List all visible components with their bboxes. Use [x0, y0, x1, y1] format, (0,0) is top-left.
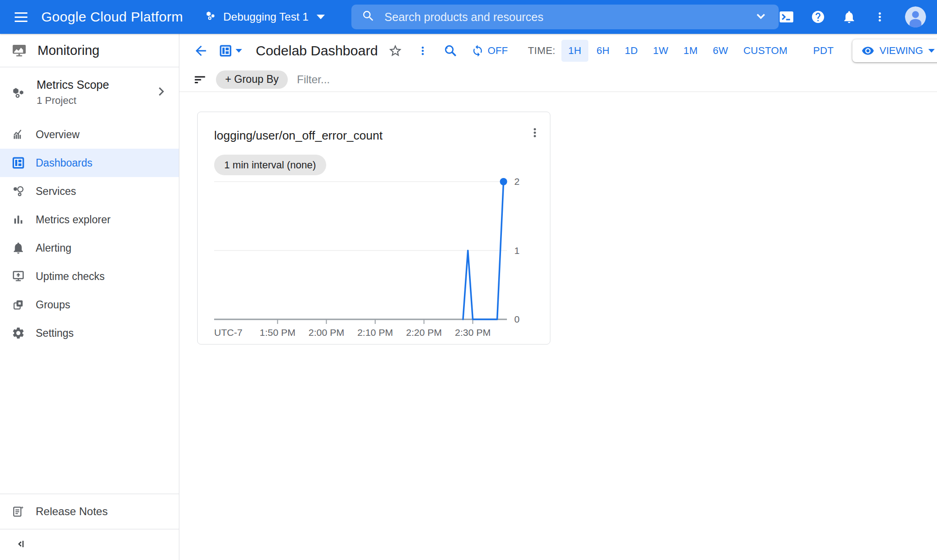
- sidebar-item-label: Dashboards: [36, 157, 92, 169]
- sidebar-item-label: Overview: [36, 129, 80, 141]
- alerting-bell-icon: [11, 241, 26, 255]
- sidebar-item-services[interactable]: Services: [0, 177, 179, 205]
- gcp-logo: Google Cloud Platform: [41, 9, 183, 25]
- svg-text:0: 0: [514, 314, 520, 324]
- svg-text:1:50 PM: 1:50 PM: [260, 327, 296, 338]
- project-icon: [204, 9, 218, 25]
- sidebar-item-metrics-explorer[interactable]: Metrics explorer: [0, 205, 179, 234]
- chart-title: logging/user/on_off_error_count: [214, 129, 533, 143]
- dashboards-icon: [11, 156, 26, 170]
- viewing-label: VIEWING: [879, 45, 923, 57]
- release-notes-icon: [11, 504, 26, 519]
- svg-text:UTC-7: UTC-7: [214, 327, 242, 338]
- uptime-checks-icon: [11, 269, 26, 284]
- help-icon[interactable]: [811, 10, 825, 24]
- sidebar-item-label: Uptime checks: [36, 270, 105, 283]
- search-input[interactable]: [384, 11, 753, 24]
- main-area: Codelab Dashboard OFF: [179, 34, 937, 560]
- viewing-mode-button[interactable]: VIEWING: [852, 39, 937, 62]
- header-actions: [779, 6, 926, 27]
- sidebar-item-label: Settings: [36, 327, 74, 339]
- viewing-caret-icon: [928, 49, 935, 53]
- global-search-bar[interactable]: [351, 5, 779, 29]
- sidebar-item-label: Groups: [36, 299, 70, 311]
- filter-list-icon: [193, 73, 207, 86]
- interval-chip: 1 min interval (none): [214, 155, 326, 175]
- filter-bar: + Group By: [179, 67, 937, 92]
- avatar[interactable]: [905, 6, 926, 27]
- dashboard-switcher-caret-icon: [236, 49, 242, 53]
- sidebar-item-uptime-checks[interactable]: Uptime checks: [0, 262, 179, 291]
- eye-icon: [862, 44, 874, 57]
- overview-icon: [11, 127, 26, 142]
- svg-text:2:20 PM: 2:20 PM: [406, 327, 442, 338]
- time-option-1m[interactable]: 1M: [677, 40, 705, 62]
- metrics-scope-selector[interactable]: Metrics Scope 1 Project: [0, 67, 179, 116]
- hamburger-menu-icon[interactable]: [15, 8, 32, 26]
- filter-input[interactable]: [297, 73, 923, 86]
- collapse-sidebar-icon: [14, 537, 27, 553]
- time-option-custom[interactable]: CUSTOM: [737, 40, 795, 62]
- services-icon: [11, 184, 26, 199]
- time-option-1d[interactable]: 1D: [618, 40, 645, 62]
- svg-text:2: 2: [514, 176, 520, 187]
- sidebar-item-alerting[interactable]: Alerting: [0, 234, 179, 262]
- svg-text:2:10 PM: 2:10 PM: [357, 327, 393, 338]
- metrics-scope-title: Metrics Scope: [37, 78, 144, 92]
- time-option-6w[interactable]: 6W: [706, 40, 735, 62]
- dashboard-switcher[interactable]: [219, 44, 242, 58]
- metrics-explorer-icon: [11, 212, 26, 227]
- metric-chart-card: logging/user/on_off_error_count 1 min in…: [197, 112, 550, 345]
- notifications-bell-icon[interactable]: [842, 10, 856, 24]
- auto-refresh-state: OFF: [488, 45, 508, 57]
- search-icon: [361, 9, 375, 25]
- project-caret-icon: [317, 15, 325, 19]
- release-notes-label: Release Notes: [36, 505, 108, 518]
- product-title: Monitoring: [38, 43, 99, 58]
- time-option-1w[interactable]: 1W: [646, 40, 675, 62]
- sidebar: Monitoring Metrics Scope 1 Project: [0, 34, 179, 560]
- chevron-right-icon[interactable]: [154, 85, 168, 100]
- more-options-icon[interactable]: [873, 10, 887, 24]
- time-range-options: 1H 6H 1D 1W 1M 6W CUSTOM: [560, 40, 794, 62]
- svg-text:2:00 PM: 2:00 PM: [308, 327, 344, 338]
- groups-icon: [11, 297, 26, 312]
- top-app-bar: Google Cloud Platform Debugging Test 1: [0, 0, 937, 34]
- gcp-console: Google Cloud Platform Debugging Test 1: [0, 0, 937, 560]
- dashboard-toolbar: Codelab Dashboard OFF: [179, 34, 937, 67]
- back-arrow-icon[interactable]: [193, 43, 209, 59]
- collapse-sidebar-button[interactable]: [0, 529, 179, 560]
- svg-text:2:30 PM: 2:30 PM: [455, 327, 490, 338]
- sidebar-nav: Overview Dashboards Services: [0, 120, 179, 347]
- timezone-button[interactable]: PDT: [806, 40, 840, 62]
- time-search-icon[interactable]: [443, 43, 458, 58]
- sidebar-item-groups[interactable]: Groups: [0, 291, 179, 319]
- dashboard-canvas: logging/user/on_off_error_count 1 min in…: [179, 92, 937, 560]
- dashboard-title: Codelab Dashboard: [256, 43, 378, 59]
- settings-gear-icon: [11, 326, 26, 340]
- auto-refresh-toggle[interactable]: OFF: [471, 44, 508, 57]
- sidebar-item-label: Alerting: [36, 242, 71, 254]
- svg-text:1: 1: [514, 245, 520, 256]
- metrics-scope-icon: [11, 85, 27, 100]
- sidebar-item-dashboards[interactable]: Dashboards: [0, 149, 179, 177]
- favorite-star-icon[interactable]: [388, 43, 403, 58]
- toolbar-more-options-icon[interactable]: [416, 44, 429, 57]
- group-by-chip[interactable]: + Group By: [216, 70, 288, 89]
- time-option-1h[interactable]: 1H: [561, 40, 588, 62]
- time-option-6h[interactable]: 6H: [590, 40, 617, 62]
- monitoring-product-icon: [11, 42, 27, 59]
- project-selector[interactable]: Debugging Test 1: [204, 9, 325, 25]
- sidebar-item-settings[interactable]: Settings: [0, 319, 179, 347]
- sidebar-item-label: Services: [36, 185, 76, 198]
- cloud-shell-icon[interactable]: [779, 9, 794, 25]
- metrics-scope-subtitle: 1 Project: [37, 95, 144, 107]
- time-range-label: TIME:: [528, 45, 555, 57]
- sidebar-product-header: Monitoring: [0, 34, 179, 67]
- sidebar-item-label: Metrics explorer: [36, 214, 111, 226]
- search-collapse-icon[interactable]: [753, 8, 769, 26]
- release-notes-link[interactable]: Release Notes: [0, 494, 179, 529]
- project-name: Debugging Test 1: [223, 11, 308, 23]
- sidebar-item-overview[interactable]: Overview: [0, 120, 179, 149]
